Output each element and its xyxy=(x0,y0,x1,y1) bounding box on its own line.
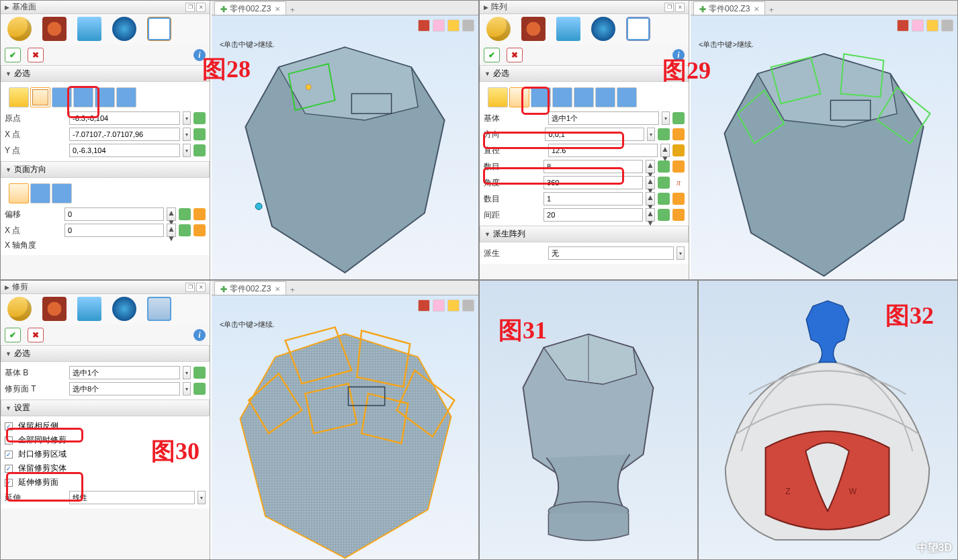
info-icon[interactable]: i xyxy=(193,49,206,61)
angle-input[interactable] xyxy=(543,176,643,189)
history-icon[interactable] xyxy=(7,297,32,321)
dir-input[interactable] xyxy=(545,128,644,141)
fig29-panel: ▶阵列❐⨯ ✔✖i ▼必选 基体▾ 方向▾ 直径▲▼ 数目▲▼ 角度▲▼π 数目… xyxy=(480,1,689,279)
fig30-quadrant: ▶修剪❐⨯ ✔✖i ▼必选 基体 B▾ 修剪面 T▾ ▼设置 ✓保留相反侧 全部… xyxy=(0,280,479,560)
dir-icon-2[interactable] xyxy=(30,183,50,203)
pattern-icon-7[interactable] xyxy=(617,87,637,107)
stamp-icon[interactable] xyxy=(42,297,67,321)
history-icon[interactable] xyxy=(7,17,32,41)
new-tab-button[interactable]: + xyxy=(286,5,298,15)
fig30-settings-hdr[interactable]: ▼设置 xyxy=(1,400,210,416)
fig29-deriv-hdr[interactable]: ▼派生阵列 xyxy=(480,226,689,242)
stamp-icon[interactable] xyxy=(42,17,67,41)
fig29-geometry xyxy=(691,14,957,279)
cancel-button[interactable]: ✖ xyxy=(28,328,44,342)
plane-icon-3[interactable] xyxy=(95,87,115,107)
cancel-button[interactable]: ✖ xyxy=(28,48,44,62)
restore-icon[interactable]: ❐ xyxy=(185,3,195,12)
fig32-geometry: Z W xyxy=(699,281,957,559)
elem-icon[interactable] xyxy=(9,87,29,107)
pattern-icon-4[interactable] xyxy=(552,87,572,107)
pattern-icon-5[interactable] xyxy=(574,87,594,107)
dropdown-icon[interactable]: ▾ xyxy=(183,111,191,125)
pattern-linear-icon[interactable] xyxy=(488,87,508,107)
ok-button[interactable]: ✔ xyxy=(5,328,21,342)
lock-icon[interactable] xyxy=(672,144,685,156)
extend-face-checkbox[interactable]: ✓ xyxy=(5,479,13,487)
view-icon[interactable] xyxy=(77,297,101,321)
file-tab[interactable]: ✚零件002.Z3✕ xyxy=(214,1,286,15)
count2-input[interactable] xyxy=(543,192,643,205)
svg-point-4 xyxy=(306,85,311,90)
fig30-viewport[interactable]: ✚零件002.Z3✕+ <单击中键>继续. xyxy=(212,281,478,559)
pick-icon[interactable] xyxy=(193,112,206,124)
fig30-required-hdr[interactable]: ▼必选 xyxy=(1,345,210,362)
restore-icon[interactable]: ❐ xyxy=(185,283,195,292)
count-input[interactable] xyxy=(543,160,643,173)
trim-mode-icon[interactable] xyxy=(147,297,171,321)
info-icon[interactable]: i xyxy=(193,329,206,341)
pattern-icon-3[interactable] xyxy=(531,87,551,107)
seal-area-checkbox[interactable]: ✓ xyxy=(5,451,13,459)
fig28-required-hdr[interactable]: ▼必选 xyxy=(1,65,210,82)
base-input[interactable] xyxy=(548,111,659,125)
keep-opposite-checkbox[interactable]: ✓ xyxy=(5,422,13,430)
view-icon[interactable] xyxy=(556,17,580,41)
spacing-input[interactable] xyxy=(543,208,643,222)
origin-input[interactable] xyxy=(69,111,180,125)
dir-icon-1[interactable] xyxy=(9,183,29,203)
fig28-pagedir-hdr[interactable]: ▼页面方向 xyxy=(1,161,210,178)
globe-icon[interactable] xyxy=(591,17,615,41)
close-panel-icon[interactable]: ⨯ xyxy=(675,3,685,12)
plane-icon-2[interactable] xyxy=(73,87,93,107)
svg-marker-15 xyxy=(240,334,451,558)
keep-solid-checkbox[interactable]: ✓ xyxy=(5,465,13,473)
dia-input[interactable] xyxy=(548,144,658,157)
array-mode-icon[interactable] xyxy=(626,17,650,41)
ypt-input[interactable] xyxy=(69,144,180,157)
svg-text:Z: Z xyxy=(785,487,790,496)
plane-icon-1[interactable] xyxy=(52,87,72,107)
watermark: 中望3D xyxy=(917,541,952,555)
fig29-viewport[interactable]: ✚零件002.Z3✕+ <单击中键>继续. xyxy=(691,1,957,279)
globe-icon[interactable] xyxy=(112,297,136,321)
all-trim-checkbox[interactable] xyxy=(5,436,13,445)
file-tab[interactable]: ✚零件002.Z3✕ xyxy=(693,1,765,15)
stepper[interactable]: ▲▼ xyxy=(167,207,176,221)
history-icon[interactable] xyxy=(486,17,511,41)
file-tab[interactable]: ✚零件002.Z3✕ xyxy=(214,281,286,295)
fig28-confirm-row: ✔ ✖ i xyxy=(1,45,210,65)
trimT-input[interactable] xyxy=(69,382,180,395)
offset-input[interactable] xyxy=(64,207,164,221)
globe-icon[interactable] xyxy=(112,17,136,41)
extend-input[interactable] xyxy=(69,491,195,504)
ok-button[interactable]: ✔ xyxy=(484,48,500,62)
fig28-geometry xyxy=(212,14,478,279)
pattern-circular-icon[interactable] xyxy=(509,87,529,107)
datum-mode-icon[interactable] xyxy=(147,17,171,41)
pick-icon[interactable] xyxy=(672,112,685,124)
dir-icon-3[interactable] xyxy=(52,183,72,203)
close-panel-icon[interactable]: ⨯ xyxy=(196,3,206,12)
ok-button[interactable]: ✔ xyxy=(5,48,21,62)
fig29-required-hdr[interactable]: ▼必选 xyxy=(480,65,689,82)
pick-icon[interactable] xyxy=(193,128,206,140)
pattern-icon-6[interactable] xyxy=(595,87,615,107)
fig28-title-text: 基准面 xyxy=(12,1,36,13)
view-icon[interactable] xyxy=(77,17,101,41)
close-tab-icon[interactable]: ✕ xyxy=(275,5,280,13)
fig28-viewport[interactable]: ✚零件002.Z3✕ + <单击中键>继续. xyxy=(212,1,478,279)
three-points-icon[interactable] xyxy=(30,87,50,107)
baseB-input[interactable] xyxy=(69,366,180,379)
xpt-input[interactable] xyxy=(69,128,180,141)
xpt2-input[interactable] xyxy=(64,224,164,237)
pi-icon[interactable]: π xyxy=(672,177,685,189)
restore-icon[interactable]: ❐ xyxy=(664,3,674,12)
stamp-icon[interactable] xyxy=(521,17,546,41)
pick-icon[interactable] xyxy=(193,144,206,156)
cancel-button[interactable]: ✖ xyxy=(507,48,523,62)
plane-icon-4[interactable] xyxy=(116,87,136,107)
deriv-input[interactable] xyxy=(548,246,674,260)
info-icon[interactable]: i xyxy=(672,49,685,61)
close-panel-icon[interactable]: ⨯ xyxy=(196,283,206,292)
